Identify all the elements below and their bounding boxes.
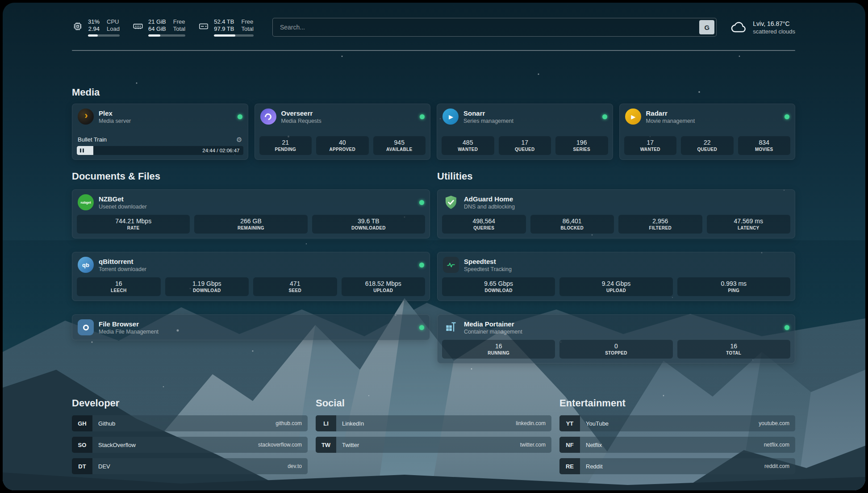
resource-usage-bar <box>214 34 254 37</box>
bookmark-group-developer: DeveloperGHGithubgithub.comSOStackOverfl… <box>72 397 308 474</box>
section-title-documents-files: Documents & Files <box>72 171 430 182</box>
service-card-file-browser[interactable]: File BrowserMedia File Management <box>72 314 430 340</box>
now-playing-row: Bullet Train⚙ <box>78 136 242 143</box>
stat-box: 47.569 msLATENCY <box>707 215 791 234</box>
overseerr-icon <box>260 109 276 125</box>
service-card-sonarr[interactable]: ▶SonarrSeries management485WANTED17QUEUE… <box>437 104 613 160</box>
stat-label: WANTED <box>626 147 675 152</box>
bookmark-group-title: Entertainment <box>559 397 795 409</box>
stat-value: 9.65 Gbps <box>444 280 553 287</box>
resource-label: Load <box>107 25 120 32</box>
stat-label: SERIES <box>557 147 606 152</box>
service-card-header: SpeedtestSpeedtest Tracking <box>438 252 795 277</box>
bookmark-reddit[interactable]: RERedditreddit.com <box>559 458 795 474</box>
stat-box: 744.21 MbpsRATE <box>77 215 190 234</box>
weather-widget: Lviv, 16.87°C scattered clouds <box>730 18 795 36</box>
stat-box: 0.993 msPING <box>677 277 790 296</box>
resource-label: Total <box>173 25 185 32</box>
resource-usage-fill <box>88 34 98 37</box>
bookmark-rows: YTYouTubeyoutube.comNFNetflixnetflix.com… <box>559 415 795 474</box>
service-card-plex[interactable]: ›PlexMedia serverBullet Train⚙24:44 / 02… <box>72 104 248 160</box>
stat-box: 471SEED <box>253 277 337 296</box>
cpu-icon <box>72 18 83 32</box>
stat-box: 17WANTED <box>624 136 677 155</box>
resource-values: 31%CPU2.94Load <box>88 18 120 37</box>
service-card-radarr[interactable]: ▶RadarrMovie management17WANTED22QUEUED8… <box>619 104 796 160</box>
service-subtitle: Media File Management <box>99 329 159 335</box>
bookmark-abbr: DT <box>72 458 92 474</box>
stat-box: 21PENDING <box>259 136 312 155</box>
bookmark-abbr: YT <box>559 415 580 431</box>
service-card-titles: qBittorrentTorrent downloader <box>99 257 146 272</box>
bookmark-url: dev.to <box>288 463 302 469</box>
service-title: Sonarr <box>463 109 513 118</box>
service-card-media-portainer[interactable]: Media PortainerContainer management16RUN… <box>437 314 795 363</box>
stat-box: 39.6 TBDOWNLOADED <box>312 215 425 234</box>
bookmark-twitter[interactable]: TWTwittertwitter.com <box>316 437 551 453</box>
search-bar: G <box>272 18 717 37</box>
search-input[interactable] <box>272 18 717 37</box>
stat-box: 1.19 GbpsDOWNLOAD <box>165 277 249 296</box>
service-card-header: ▶SonarrSeries management <box>437 104 613 129</box>
stat-value: 16 <box>79 280 159 287</box>
filebrowser-icon <box>78 319 94 335</box>
stat-label: PENDING <box>261 147 310 152</box>
bookmark-name: YouTube <box>586 420 609 427</box>
service-subtitle: Torrent downloader <box>99 266 146 272</box>
pause-icon[interactable] <box>80 149 84 153</box>
resource-widget: 52.4 TBFree97.9 TBTotal <box>198 18 254 37</box>
speedtest-icon <box>443 257 459 273</box>
service-title: Media Portainer <box>464 320 522 329</box>
stat-value: 618.52 Mbps <box>343 280 424 287</box>
bookmark-netflix[interactable]: NFNetflixnetflix.com <box>559 437 795 453</box>
bookmark-dev[interactable]: DTDEVdev.to <box>72 458 308 474</box>
playback-time: 24:44 / 02:06:47 <box>202 148 239 153</box>
bookmark-github[interactable]: GHGithubgithub.com <box>72 415 308 431</box>
bookmark-name: StackOverflow <box>98 442 136 448</box>
bookmark-linkedin[interactable]: LILinkedInlinkedin.com <box>316 415 551 431</box>
stat-value: 1.19 Gbps <box>167 280 247 287</box>
search-provider-button[interactable]: G <box>699 20 714 34</box>
service-title: qBittorrent <box>99 257 146 266</box>
stat-box: 16TOTAL <box>677 340 790 359</box>
stat-value: 47.569 ms <box>709 217 789 225</box>
service-card-speedtest[interactable]: SpeedtestSpeedtest Tracking9.65 GbpsDOWN… <box>437 252 795 301</box>
resource-widgets: 31%CPU2.94Load21 GiBFree64 GiBTotal52.4 … <box>72 18 266 37</box>
stat-label: QUEUED <box>683 147 732 152</box>
resource-usage-bar <box>148 34 185 37</box>
stat-box: 22QUEUED <box>681 136 734 155</box>
documents-files-cards: nzbgetNZBGetUsenet downloader744.21 Mbps… <box>72 189 430 340</box>
stat-value: 16 <box>444 343 553 350</box>
resource-widget: 31%CPU2.94Load <box>72 18 120 37</box>
bookmark-group-entertainment: EntertainmentYTYouTubeyoutube.comNFNetfl… <box>559 397 795 474</box>
bookmark-url: stackoverflow.com <box>258 442 302 448</box>
bookmark-abbr: TW <box>316 437 336 453</box>
status-online-dot <box>420 114 425 119</box>
service-card-overseerr[interactable]: OverseerrMedia Requests21PENDING40APPROV… <box>255 104 431 160</box>
service-card-adguard-home[interactable]: AdGuard HomeDNS and adblocking498,564QUE… <box>437 189 795 238</box>
section-utilities: Utilities AdGuard HomeDNS and adblocking… <box>437 171 795 363</box>
bookmark-rows: LILinkedInlinkedin.comTWTwittertwitter.c… <box>316 415 551 453</box>
bookmark-youtube[interactable]: YTYouTubeyoutube.com <box>559 415 795 431</box>
resource-label: Total <box>241 25 253 32</box>
stat-label: QUEUED <box>501 147 550 152</box>
stat-label: QUERIES <box>444 226 524 230</box>
status-online-dot <box>785 325 789 330</box>
service-card-header: File BrowserMedia File Management <box>72 315 430 340</box>
bookmark-abbr: LI <box>316 415 336 431</box>
stat-value: 17 <box>626 139 675 146</box>
settings-gear-icon[interactable]: ⚙ <box>236 136 242 143</box>
stat-label: WANTED <box>443 147 492 152</box>
bookmark-stackoverflow[interactable]: SOStackOverflowstackoverflow.com <box>72 437 308 453</box>
bookmark-url: github.com <box>275 420 302 426</box>
service-card-nzbget[interactable]: nzbgetNZBGetUsenet downloader744.21 Mbps… <box>72 189 430 238</box>
playback-progress-bar[interactable]: 24:44 / 02:06:47 <box>77 146 243 155</box>
nzbget-icon: nzbget <box>78 194 94 210</box>
bookmark-group-title: Social <box>316 397 551 409</box>
service-card-titles: SpeedtestSpeedtest Tracking <box>464 257 512 272</box>
section-title-utilities: Utilities <box>437 171 795 182</box>
resource-label: Free <box>241 18 253 25</box>
resource-label: Free <box>173 18 185 25</box>
service-card-qbittorrent[interactable]: qbqBittorrentTorrent downloader16LEECH1.… <box>72 252 430 301</box>
section-title-media: Media <box>72 87 795 98</box>
